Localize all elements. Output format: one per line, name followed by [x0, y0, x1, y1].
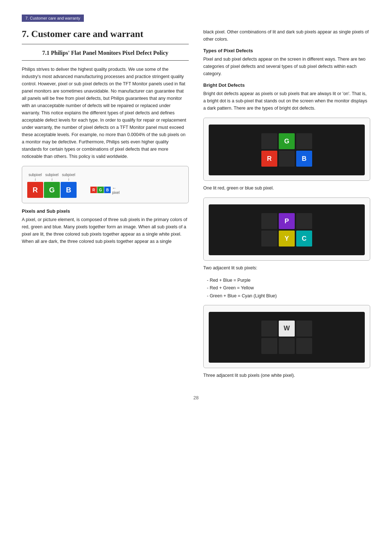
list-item-2: Red + Green = Yellow: [203, 284, 370, 292]
ta-cyan: C: [296, 231, 312, 247]
subheading-pixels: Pixels and Sub pixels: [22, 208, 189, 214]
three-adj-diagram: W: [209, 312, 365, 363]
ta-dark-1: [261, 213, 277, 229]
subheading-types: Types of Pixel Defects: [203, 48, 370, 53]
subpixel-diagram: subpixel ↓ subpixel ↓ subpixel ↓: [27, 173, 183, 198]
left-body-1: Philips strives to deliver the highest q…: [22, 66, 189, 160]
subpixel-diagram-box: subpixel ↓ subpixel ↓ subpixel ↓: [22, 166, 189, 203]
section-divider-2: [22, 60, 189, 61]
list-item-3: Green + Blue = Cyan (Light Blue): [203, 292, 370, 300]
right-column: black pixel. Other combinations of lit a…: [203, 28, 370, 384]
threeadj-white: W: [279, 321, 295, 337]
right-body-1: black pixel. Other combinations of lit a…: [203, 28, 370, 43]
arrow-down-3: ↓: [68, 177, 70, 181]
page: 7. Customer care and warranty 7. Custome…: [0, 0, 392, 415]
page-number: 28: [22, 395, 370, 400]
bd-dark-2: [296, 133, 312, 149]
body-bright: Bright dot defects appear as pixels or s…: [203, 90, 370, 112]
section-divider-1: [22, 44, 189, 44]
subpixel-boxes: R G B: [27, 182, 77, 198]
section-title: 7.1 Philips' Flat Panel Monitors Pixel D…: [22, 49, 189, 57]
arrow-down-2: ↓: [51, 177, 53, 181]
threeadj-dark-4: [279, 338, 295, 354]
threeadj-dark-1: [261, 321, 277, 337]
two-adj-diagram-box: P Y C: [203, 197, 370, 261]
threeadj-dark-2: [296, 321, 312, 337]
breadcrumb: 7. Customer care and warranty: [22, 15, 84, 22]
pixel-group: R G B ← pixel: [90, 186, 120, 195]
pixel-boxes: R G B: [90, 187, 111, 193]
subpixel-labels-row: subpixel ↓ subpixel ↓ subpixel ↓: [27, 173, 77, 181]
subpixel-label-1: subpixel ↓: [27, 173, 43, 181]
pixel-label: pixel: [112, 191, 120, 195]
subpixel-label-2: subpixel ↓: [44, 173, 60, 181]
list-item-1: Red + Blue = Purple: [203, 277, 370, 284]
threeadj-dark-3: [261, 338, 277, 354]
ta-dark-2: [296, 213, 312, 229]
arrow-down-1: ↓: [34, 177, 36, 181]
subpixel-green: G: [44, 182, 60, 198]
body-pixels: A pixel, or picture element, is composed…: [22, 216, 189, 245]
caption-one-lit: One lit red, green or blue sub pixel.: [203, 184, 370, 192]
subpixel-and-pixel: R G B R G B ← pixel: [27, 182, 120, 198]
pixel-g: G: [97, 187, 104, 193]
bright-dot-diagram: G R B: [209, 125, 365, 175]
ta-dark-3: [261, 231, 277, 247]
chapter-title: 7. Customer care and warrant: [22, 28, 189, 40]
bd-green: G: [279, 133, 295, 149]
two-adj-diagram: P Y C: [209, 204, 365, 255]
ta-purple: P: [279, 213, 295, 229]
pixel-b: B: [104, 187, 111, 193]
bd-red: R: [261, 151, 277, 167]
caption-two-adj: Two adjacent lit sub pixels:: [203, 264, 370, 272]
subpixel-blue: B: [61, 182, 77, 198]
body-types: Pixel and sub pixel defects appear on th…: [203, 56, 370, 77]
bd-dark-1: [261, 133, 277, 149]
bright-dot-diagram-box: G R B: [203, 118, 370, 181]
pixel-r: R: [90, 187, 97, 193]
pixel-arrow-label: ← pixel: [112, 186, 120, 195]
three-adj-diagram-box: W: [203, 305, 370, 368]
subpixel-label-3: subpixel ↓: [61, 173, 77, 181]
subpixel-red: R: [27, 182, 43, 198]
subheading-bright: Bright Dot Defects: [203, 82, 370, 88]
threeadj-dark-5: [296, 338, 312, 354]
ta-grid: P Y C: [261, 213, 312, 247]
bd-dark-3: [279, 151, 295, 167]
caption-three-adj: Three adjacent lit sub pixels (one white…: [203, 372, 370, 379]
left-column: 7. Customer care and warrant 7.1 Philips…: [22, 28, 189, 384]
bd-blue: B: [296, 151, 312, 167]
threeadj-grid: W: [261, 321, 312, 354]
pixel-arrow: ←: [112, 186, 117, 191]
ta-yellow: Y: [279, 231, 295, 247]
bd-grid: G R B: [261, 133, 312, 167]
